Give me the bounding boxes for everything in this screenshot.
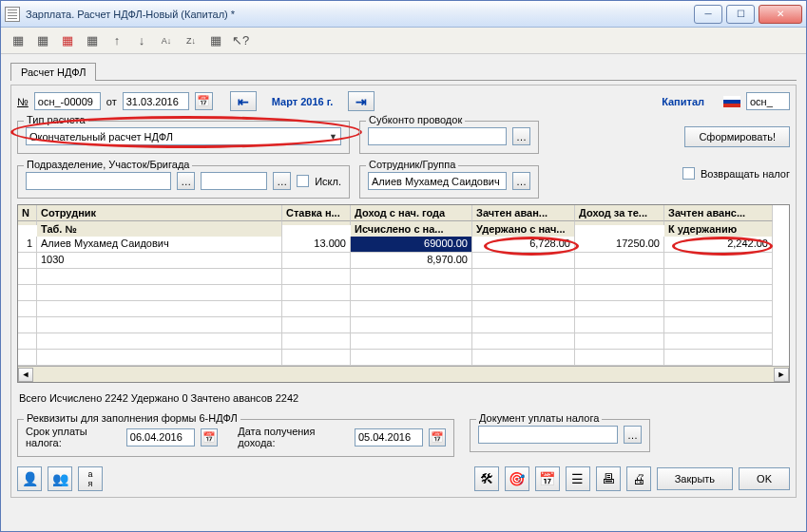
pay-date-calendar-icon[interactable]: 📅 <box>201 428 218 446</box>
col-advance[interactable]: Зачтен аван... <box>472 205 575 221</box>
svg-rect-0 <box>723 96 740 100</box>
subkonto-input[interactable] <box>368 127 507 145</box>
period-label: Март 2016 г. <box>262 96 343 107</box>
subdivision-lookup-button[interactable]: … <box>177 172 195 190</box>
col-calc-year[interactable]: Исчислено с на... <box>351 221 472 237</box>
doc-date-label: от <box>106 96 117 107</box>
table-header: N Сотрудник Таб. № Ставка н... Доход с н… <box>18 205 789 237</box>
company-label: Капитал <box>662 96 704 107</box>
form6-fieldset: Реквизиты для заполнения формы 6-НДФЛ Ср… <box>17 419 454 457</box>
action-btn-3[interactable]: ая <box>78 466 103 491</box>
pointer-icon[interactable]: ↖? <box>231 31 250 50</box>
action-btn-4[interactable]: 🛠 <box>474 466 499 491</box>
subdivision-legend: Подразделение, Участок/Бригада <box>24 159 192 170</box>
toolbar-btn-2[interactable]: ▦ <box>33 31 52 50</box>
pay-date-input[interactable] <box>126 428 195 446</box>
doc-number-label: № <box>17 96 29 107</box>
doc-header-row: № от 📅 ⇤ Март 2016 г. ⇥ Капитал <box>17 91 790 111</box>
document-icon <box>5 7 20 22</box>
svg-rect-1 <box>723 100 740 104</box>
brigade-lookup-button[interactable]: … <box>273 172 291 190</box>
col-employee[interactable]: Сотрудник <box>37 205 282 221</box>
titlebar: Зарплата. Расчет НДФЛ-Новый (Капитал) * … <box>1 1 806 28</box>
subkonto-lookup-button[interactable]: … <box>512 127 530 145</box>
col-n[interactable]: N <box>18 205 37 221</box>
form6-legend: Реквизиты для заполнения формы 6-НДФЛ <box>24 412 240 424</box>
scroll-left-icon[interactable]: ◄ <box>18 368 33 382</box>
action-btn-7[interactable]: ☰ <box>566 466 590 491</box>
tab-calc-ndfl[interactable]: Расчет НДФЛ <box>10 63 96 81</box>
action-btn-9[interactable]: 🖨 <box>626 466 651 491</box>
tab-row: Расчет НДФЛ <box>10 62 797 81</box>
ok-button[interactable]: OK <box>739 467 790 490</box>
scroll-right-icon[interactable]: ► <box>774 368 789 382</box>
prev-period-button[interactable]: ⇤ <box>230 91 257 111</box>
action-btn-5[interactable]: 🎯 <box>505 466 529 491</box>
exclude-label: Искл. <box>315 176 341 187</box>
table-row[interactable]: 1030 8,970.00 <box>18 253 789 269</box>
subdivision-input[interactable] <box>26 172 171 190</box>
col-income-year[interactable]: Доход с нач. года <box>351 205 472 221</box>
calc-type-select[interactable]: Окончательный расчет НДФЛ ▼ <box>26 127 341 145</box>
employee-filter-fieldset: Сотрудник/Группа … <box>359 165 539 199</box>
doc-date-input[interactable] <box>123 92 189 110</box>
chevron-down-icon: ▼ <box>329 132 337 142</box>
employee-filter-input[interactable] <box>368 172 507 190</box>
close-doc-button[interactable]: Закрыть <box>657 467 733 490</box>
employee-filter-legend: Сотрудник/Группа <box>366 159 458 170</box>
minimize-button[interactable]: ─ <box>694 5 722 24</box>
toolbar-btn-4[interactable]: ▦ <box>83 31 102 50</box>
selected-cell[interactable]: 69000.00 <box>351 237 472 253</box>
toolbar-btn-1[interactable]: ▦ <box>9 31 28 50</box>
close-button[interactable]: ✕ <box>759 5 802 24</box>
toolbar: ▦ ▦ ▦ ▦ ↑ ↓ A↓ Z↓ ▦ ↖? <box>1 28 806 54</box>
subkonto-fieldset: Субконто проводок … <box>359 121 539 154</box>
arrow-up-icon[interactable]: ↑ <box>107 31 126 50</box>
payment-doc-lookup-button[interactable]: … <box>624 426 642 444</box>
action-btn-2[interactable]: 👥 <box>48 466 72 491</box>
employee-filter-lookup-button[interactable]: … <box>512 172 530 190</box>
generate-button[interactable]: Сформировать! <box>684 126 790 147</box>
brigade-input[interactable] <box>201 172 267 190</box>
calendar-icon[interactable]: 📅 <box>195 92 213 110</box>
income-date-input[interactable] <box>355 428 423 446</box>
exclude-checkbox[interactable] <box>297 175 309 187</box>
return-tax-checkbox[interactable] <box>682 167 695 180</box>
pay-date-label: Срок уплаты налога: <box>26 426 121 448</box>
subdivision-fieldset: Подразделение, Участок/Бригада … … Искл. <box>17 165 350 199</box>
col-withheld[interactable]: Удержано с нач... <box>472 221 575 237</box>
income-date-calendar-icon[interactable]: 📅 <box>429 428 446 446</box>
sort-asc-icon[interactable]: A↓ <box>157 31 176 50</box>
sort-desc-icon[interactable]: Z↓ <box>182 31 201 50</box>
horizontal-scrollbar[interactable]: ◄ ► <box>18 366 789 382</box>
doc-number-input[interactable] <box>34 92 101 110</box>
subkonto-legend: Субконто проводок <box>366 114 465 125</box>
table-row[interactable]: 1 Алиев Мухамед Саидович 13.000 69000.00… <box>18 237 789 253</box>
action-btn-8[interactable]: 🖶 <box>596 466 621 491</box>
col-rate[interactable]: Ставка н... <box>282 205 351 221</box>
return-tax-label: Возвращать налог <box>701 168 790 180</box>
action-btn-6[interactable]: 📅 <box>535 466 560 491</box>
income-date-label: Дата получения дохода: <box>238 426 349 448</box>
col-advance2[interactable]: Зачтен аванс... <box>664 205 773 221</box>
toolbar-btn-9[interactable]: ▦ <box>206 31 225 50</box>
filter-area: № от 📅 ⇤ Март 2016 г. ⇥ Капитал <box>10 85 797 498</box>
action-btn-1[interactable]: 👤 <box>17 466 42 491</box>
col-income-period[interactable]: Доход за те... <box>575 205 664 221</box>
calc-type-value: Окончательный расчет НДФЛ <box>29 131 173 142</box>
next-period-button[interactable]: ⇥ <box>348 91 375 111</box>
bottom-bar: 👤 👥 ая 🛠 🎯 📅 ☰ 🖶 🖨 Закрыть OK <box>17 463 790 491</box>
table-body: 1 Алиев Мухамед Саидович 13.000 69000.00… <box>18 237 789 366</box>
data-table: N Сотрудник Таб. № Ставка н... Доход с н… <box>17 204 790 383</box>
col-to-withhold[interactable]: К удержанию <box>664 221 773 237</box>
prefix-input[interactable] <box>746 92 790 110</box>
payment-doc-input[interactable] <box>478 426 618 444</box>
arrow-down-icon[interactable]: ↓ <box>132 31 151 50</box>
toolbar-btn-3[interactable]: ▦ <box>58 31 77 50</box>
calc-type-legend: Тип расчета <box>24 114 88 125</box>
content-area: Расчет НДФЛ № от 📅 ⇤ Март 2016 г. ⇥ Капи… <box>1 54 806 531</box>
app-window: Зарплата. Расчет НДФЛ-Новый (Капитал) * … <box>0 0 807 532</box>
payment-doc-fieldset: Документ уплаты налога … <box>470 419 650 452</box>
maximize-button[interactable]: ☐ <box>726 5 755 24</box>
col-tabno[interactable]: Таб. № <box>37 221 282 237</box>
